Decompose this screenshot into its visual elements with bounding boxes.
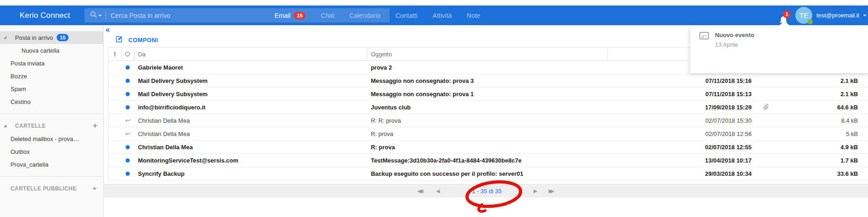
mail-row[interactable]: Syncrify BackupBackup eseguito con succe… xyxy=(109,167,868,180)
nav-tab-label: Chat xyxy=(321,12,334,19)
nav-tab-label: Attività xyxy=(433,12,452,19)
reply-arrow-icon: ↩ xyxy=(125,130,131,137)
notification-title: Nuovo evento xyxy=(715,32,754,38)
date-cell: 07/11/2018 15:16 xyxy=(608,77,757,84)
subject-cell: prova 2 xyxy=(367,64,608,71)
date-cell: 02/07/2018 12:55 xyxy=(608,144,757,151)
sidebar-item-nuova-cartella[interactable]: Nuova cartella xyxy=(0,44,103,57)
size-cell: 1.7 kB xyxy=(775,157,868,164)
sidebar-item-cartelle-pubbliche[interactable]: CARTELLE PUBBLICHE xyxy=(0,182,103,195)
compose-icon xyxy=(115,35,123,44)
status-cell: ↩ xyxy=(122,117,134,124)
mail-row[interactable]: Christian Della MeaR: prova02/07/2018 12… xyxy=(109,141,868,154)
sidebar-item-posta-inviata[interactable]: Posta inviata xyxy=(0,57,103,70)
mail-row[interactable]: ↩Christian Della MeaR: R: prova02/07/201… xyxy=(109,114,868,127)
sidebar-item-cartelle[interactable]: CARTELLE+ xyxy=(0,119,103,132)
column-header-status[interactable] xyxy=(122,48,134,60)
sidebar-item-label: Outbox xyxy=(11,148,30,155)
sidebar-item-label: Posta inviata xyxy=(11,60,44,67)
sidebar-item-label: CARTELLE xyxy=(15,123,46,129)
divider xyxy=(106,11,106,20)
sidebar-list: Posta in arrivo15Nuova cartellaPosta inv… xyxy=(0,31,103,195)
status-cell xyxy=(122,65,134,70)
size-cell: 5 kB xyxy=(775,130,868,137)
column-header-from[interactable]: Da xyxy=(134,48,367,60)
status-cell xyxy=(122,92,134,96)
status-cell xyxy=(122,105,134,109)
top-bar: Kerio Connect Email15ChatCalendarioConta… xyxy=(0,5,868,25)
mail-row[interactable]: ↩Christian Della MeaR: prova02/07/2018 1… xyxy=(109,127,868,141)
compose-button[interactable]: COMPONI xyxy=(115,35,158,44)
nav-tab-label: Calendario xyxy=(349,12,381,19)
sidebar-item-posta-in-arrivo[interactable]: Posta in arrivo15 xyxy=(0,31,103,44)
sidebar: Posta in arrivo15Nuova cartellaPosta inv… xyxy=(0,25,104,217)
sender-cell: Christian Della Mea xyxy=(134,117,367,124)
date-cell: 17/09/2018 15:29 xyxy=(608,104,757,111)
nav-tab-email[interactable]: Email15 xyxy=(275,5,306,25)
last-page-button[interactable]: ▶▶ xyxy=(548,188,554,194)
pagination-bar: ◀◀ ◀ 1 - 35 di 35 ▶ ▶▶ xyxy=(104,184,868,197)
sidebar-item-cestino[interactable]: Cestino xyxy=(0,95,103,108)
status-cell: ↩ xyxy=(122,130,134,137)
account-menu[interactable]: test@proemail.it xyxy=(816,5,859,25)
attachment-cell xyxy=(757,104,775,110)
date-cell: 02/07/2018 15:30 xyxy=(608,117,757,124)
notification-item[interactable]: Nuovo evento 13 Aprile xyxy=(699,32,754,48)
sidebar-item-label: Cestino xyxy=(11,98,31,105)
search-scope-button[interactable] xyxy=(85,11,106,20)
add-folder-button[interactable]: + xyxy=(93,121,98,131)
page-range-label[interactable]: 1 - 35 di 35 xyxy=(472,188,502,195)
tree-expander-icon[interactable] xyxy=(4,125,6,127)
sidebar-item-outbox[interactable]: Outbox xyxy=(0,145,103,158)
nav-tab-contatti[interactable]: Contatti xyxy=(396,5,418,25)
notification-count-badge: 1 xyxy=(783,11,791,18)
notifications-popup: Nuovo evento 13 Aprile xyxy=(690,26,868,74)
next-page-button[interactable]: ▶ xyxy=(534,188,537,194)
sidebar-item-spam[interactable]: Spam xyxy=(0,82,103,95)
date-cell: 29/03/2018 10:34 xyxy=(608,170,757,177)
nav-tab-note[interactable]: Note xyxy=(467,5,481,25)
collapse-sidebar-button[interactable]: « xyxy=(106,25,109,34)
nav-tab-chat[interactable]: Chat xyxy=(321,5,334,25)
sidebar-item-label: Bozze xyxy=(11,73,27,80)
status-cell xyxy=(122,145,134,149)
unread-dot-icon xyxy=(126,172,130,176)
notification-date: 13 Aprile xyxy=(715,41,754,48)
popup-arrow xyxy=(778,21,790,26)
sidebar-divider xyxy=(0,114,103,114)
unread-dot-icon xyxy=(126,79,130,83)
nav-tab-calendario[interactable]: Calendario xyxy=(349,5,381,25)
mail-row[interactable]: Mail Delivery SubsystemMessaggio non con… xyxy=(109,74,868,87)
mail-row[interactable]: info@birrificiodiquero.itJuventus club17… xyxy=(109,101,868,114)
sidebar-item-prova-cartella[interactable]: Prova_cartella xyxy=(0,158,103,171)
compose-label: COMPONI xyxy=(128,37,158,43)
size-cell: 4.9 kB xyxy=(775,144,868,151)
reply-arrow-icon: ↩ xyxy=(125,117,131,124)
first-page-button[interactable]: ◀◀ xyxy=(418,188,423,194)
status-cell xyxy=(122,79,134,83)
nav-tab-label: Contatti xyxy=(396,12,418,19)
column-header-flag[interactable]: ! xyxy=(109,48,122,60)
nav-tab-label: Email xyxy=(275,12,291,19)
subject-cell: TestMessage:3d10b30a-2fa0-4f1a-8484-4396… xyxy=(367,157,608,164)
size-cell: 64.6 kB xyxy=(775,104,868,111)
chevron-down-icon[interactable] xyxy=(92,188,97,190)
size-cell: 2.1 kB xyxy=(775,77,868,84)
sender-cell: Christian Della Mea xyxy=(134,144,367,151)
size-cell: 2.1 kB xyxy=(775,91,868,98)
status-cell xyxy=(122,172,134,176)
sender-cell: Mail Delivery Subsystem xyxy=(134,91,367,98)
tree-expander-icon[interactable] xyxy=(4,36,6,39)
previous-page-button[interactable]: ◀ xyxy=(436,188,440,194)
chevron-down-icon xyxy=(863,15,867,16)
subject-cell: Backup eseguito con successo per il prof… xyxy=(367,170,608,177)
magnifier-icon xyxy=(90,11,97,20)
nav-tab-attività[interactable]: Attività xyxy=(433,5,452,25)
mail-row[interactable]: MonitoringServiceTest@sersis.comTestMess… xyxy=(109,154,868,167)
sidebar-item-deleted-mailbox-prova[interactable]: Deleted mailbox - prova@... xyxy=(0,132,103,145)
column-header-subject[interactable]: Oggetto xyxy=(367,48,608,60)
unread-dot-icon xyxy=(126,92,130,96)
sidebar-item-bozze[interactable]: Bozze xyxy=(0,70,103,82)
mail-row[interactable]: Mail Delivery SubsystemMessaggio non con… xyxy=(109,87,868,101)
sender-cell: MonitoringServiceTest@sersis.com xyxy=(134,157,367,164)
